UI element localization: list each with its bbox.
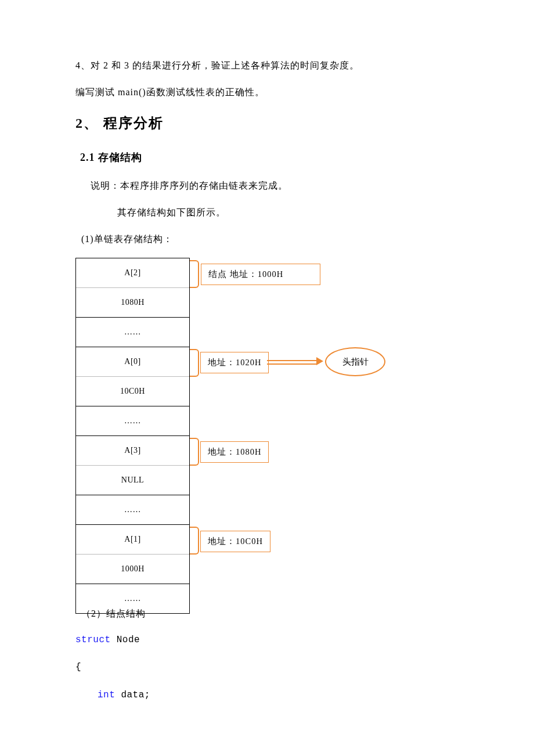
- cell-ellipsis-1: ……: [76, 318, 189, 347]
- callout-addr-1080h: 地址：1080H: [200, 441, 269, 463]
- document-page: 4、对 2 和 3 的结果进行分析，验证上述各种算法的时间复杂度。 编写测试 m…: [0, 0, 534, 739]
- callout-node-1000h: 结点 地址：1000H: [201, 264, 320, 285]
- code-line-int-data: int data;: [98, 688, 459, 703]
- cell-ellipsis-2: ……: [76, 406, 189, 436]
- paragraph-4: 4、对 2 和 3 的结果进行分析，验证上述各种算法的时间复杂度。: [75, 58, 459, 73]
- heading-2: 2、 程序分析: [75, 112, 459, 134]
- cell-null: NULL: [76, 466, 189, 495]
- keyword-int: int: [98, 690, 115, 700]
- description-line-2: 其存储结构如下图所示。: [117, 205, 459, 220]
- brace-3: [190, 438, 199, 466]
- code-line-brace-open: {: [75, 660, 459, 675]
- cell-1080h: 1080H: [76, 288, 189, 318]
- description-line-3: (1)单链表存储结构：: [81, 232, 459, 247]
- cell-a3: A[3]: [76, 436, 189, 466]
- memory-cells: A[2] 1080H …… A[0] 10C0H …… A[3] NULL ………: [75, 258, 190, 614]
- callout-addr-1020h: 地址：1020H: [200, 352, 269, 373]
- code-line-struct: struct Node: [75, 633, 459, 648]
- head-pointer-ellipse: 头指针: [325, 347, 385, 376]
- keyword-struct: struct: [75, 635, 111, 645]
- description-line-1: 说明：本程序排序序列的存储由链表来完成。: [91, 178, 459, 193]
- callout-addr-10c0h: 地址：10C0H: [200, 531, 270, 552]
- code-var-data: data;: [115, 690, 150, 700]
- cell-a0: A[0]: [76, 347, 189, 377]
- code-struct-name: Node: [111, 635, 140, 645]
- brace-1: [190, 260, 199, 288]
- code-block: struct Node { int data;: [75, 633, 459, 703]
- cell-10c0h: 10C0H: [76, 377, 189, 406]
- cell-ellipsis-3: ……: [76, 495, 189, 525]
- cell-a2: A[2]: [76, 258, 189, 288]
- brace-4: [190, 527, 199, 555]
- brace-2: [190, 349, 199, 377]
- paragraph-main-test: 编写测试 main()函数测试线性表的正确性。: [75, 85, 459, 100]
- linked-list-diagram: A[2] 1080H …… A[0] 10C0H …… A[3] NULL ………: [75, 258, 389, 583]
- cell-ellipsis-4: ……: [76, 584, 189, 614]
- cell-1000h: 1000H: [76, 555, 189, 584]
- heading-2-1: 2.1 存储结构: [80, 149, 459, 166]
- cell-a1: A[1]: [76, 525, 189, 555]
